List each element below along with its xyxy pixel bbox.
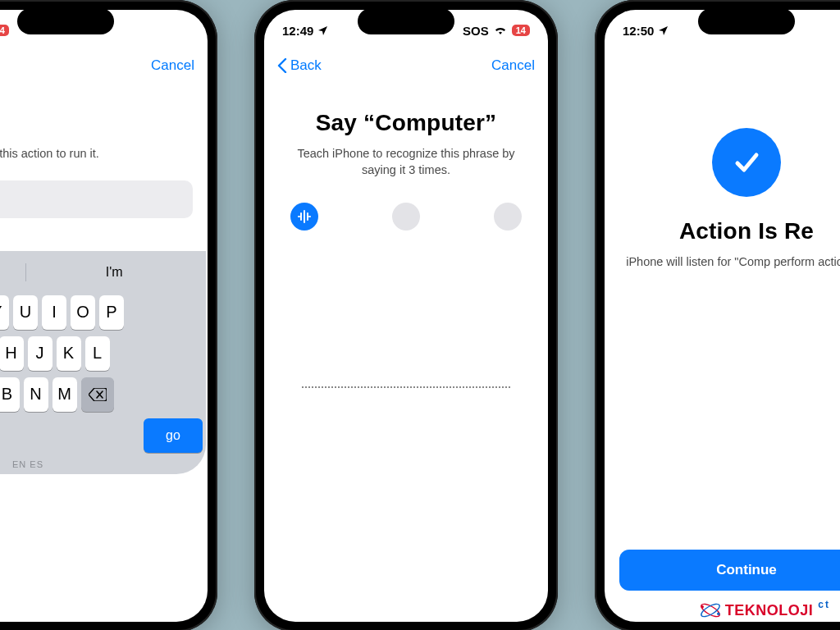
keyboard-row-4: go	[0, 418, 203, 453]
page-subtitle: ble phrase that is unique to this action…	[0, 146, 104, 162]
keyboard-suggestions[interactable]: The I'm	[0, 256, 203, 289]
phone-2: 12:49 SOS 14 Back Cancel Say “Computer”	[254, 0, 558, 630]
notch	[358, 8, 454, 34]
status-sos: SOS	[463, 24, 489, 38]
content-2: Say “Computer” Teach iPhone to recognize…	[264, 84, 548, 622]
go-key[interactable]: go	[144, 418, 203, 453]
wifi-icon	[494, 25, 507, 35]
back-label: Back	[290, 57, 322, 74]
progress-dot-3	[494, 203, 522, 231]
key-l[interactable]: L	[85, 336, 110, 371]
screen-3: 12:50 Action Is Re iPhone will listen fo…	[605, 10, 840, 622]
status-time: 12:50	[623, 24, 654, 38]
page-title: Action Is Re	[679, 218, 814, 244]
backspace-key[interactable]	[81, 377, 114, 412]
backspace-icon	[89, 388, 107, 401]
success-badge	[712, 128, 781, 197]
phone-1: SOS 14 Cancel stom Phrase ble phrase tha…	[0, 0, 217, 630]
chevron-left-icon	[277, 58, 287, 73]
key-i[interactable]: I	[42, 295, 66, 330]
key-h[interactable]: H	[0, 336, 24, 371]
suggestion-2[interactable]: I'm	[26, 265, 203, 280]
suggestion-1[interactable]: The	[0, 265, 25, 280]
keyboard-row-1: R T Y U I O P	[0, 295, 203, 330]
svg-point-3	[717, 612, 720, 615]
location-icon	[659, 26, 668, 35]
nav-bar: Back Cancel	[264, 48, 548, 84]
keyboard-language: EN ES	[0, 459, 203, 469]
key-b[interactable]: B	[0, 377, 20, 412]
content-1: stom Phrase ble phrase that is unique to…	[0, 84, 208, 622]
page-subtitle: Teach iPhone to recognize this phrase by…	[279, 146, 533, 178]
brand-suffix: ct	[818, 599, 830, 610]
nav-bar	[605, 48, 840, 84]
svg-point-2	[701, 605, 704, 609]
key-o[interactable]: O	[71, 295, 95, 330]
key-m[interactable]: M	[52, 377, 77, 412]
brand-atom-icon	[699, 599, 722, 622]
key-n[interactable]: N	[24, 377, 48, 412]
key-y[interactable]: Y	[0, 295, 9, 330]
checkmark-icon	[728, 144, 765, 180]
content-3: Action Is Re iPhone will listen for "Com…	[605, 84, 840, 622]
screen-2: 12:49 SOS 14 Back Cancel Say “Computer”	[264, 10, 548, 622]
waveform-placeholder	[302, 386, 510, 388]
progress-dot-2	[392, 203, 420, 231]
continue-button[interactable]: Continue	[619, 550, 840, 591]
keyboard[interactable]: The I'm R T Y U I O P F G H J	[0, 251, 206, 474]
sound-wave-icon	[297, 209, 312, 224]
cancel-button[interactable]: Cancel	[491, 57, 535, 74]
keyboard-row-3: C V B N M	[0, 377, 203, 412]
key-k[interactable]: K	[57, 336, 81, 371]
phone-3: 12:50 Action Is Re iPhone will listen fo…	[595, 0, 840, 630]
back-button[interactable]: Back	[277, 57, 322, 74]
screen-1: SOS 14 Cancel stom Phrase ble phrase tha…	[0, 10, 208, 622]
cancel-button[interactable]: Cancel	[151, 57, 194, 74]
battery-badge: 14	[512, 25, 530, 36]
key-u[interactable]: U	[13, 295, 38, 330]
keyboard-row-2: F G H J K L	[0, 336, 203, 371]
command-name-input[interactable]	[0, 180, 193, 218]
location-icon	[318, 26, 327, 35]
battery-badge: 14	[0, 25, 9, 36]
page-title: Say “Computer”	[316, 110, 497, 136]
notch	[17, 8, 114, 34]
key-p[interactable]: P	[99, 295, 124, 330]
nav-bar: Cancel	[0, 48, 208, 84]
page-subtitle: iPhone will listen for "Comp perform act…	[621, 254, 840, 271]
recording-progress	[290, 203, 522, 231]
status-time: 12:49	[282, 24, 313, 38]
brand-text: TEKNOLOJI	[725, 602, 814, 619]
key-j[interactable]: J	[28, 336, 52, 371]
progress-dot-1	[290, 203, 318, 231]
watermark-logo: TEKNOLOJI ct	[699, 599, 830, 622]
notch	[698, 8, 795, 34]
